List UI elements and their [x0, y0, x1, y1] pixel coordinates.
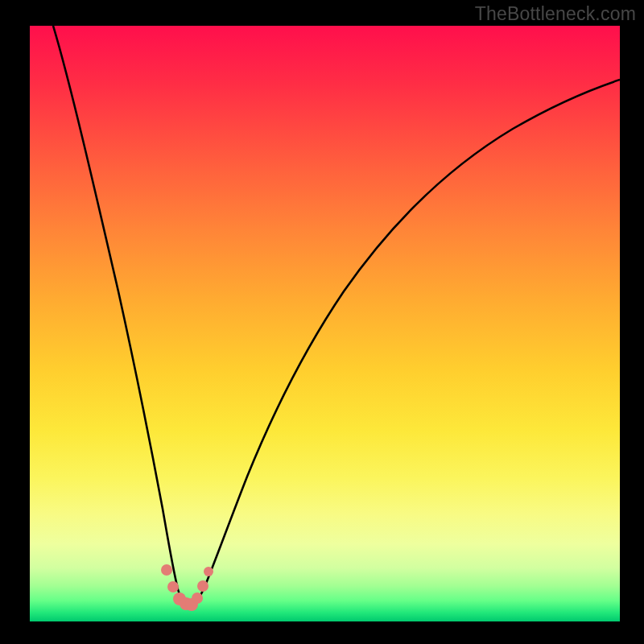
plot-area — [30, 26, 620, 621]
marker-dot — [204, 567, 213, 576]
marker-group — [161, 564, 213, 611]
chart-frame: TheBottleneck.com — [0, 0, 644, 644]
marker-dot — [167, 581, 179, 592]
marker-dot — [197, 580, 208, 592]
chart-svg — [30, 26, 620, 621]
marker-dot — [161, 564, 172, 576]
watermark-text: TheBottleneck.com — [475, 3, 636, 25]
marker-dot — [192, 592, 203, 604]
bottleneck-curve — [53, 26, 620, 605]
